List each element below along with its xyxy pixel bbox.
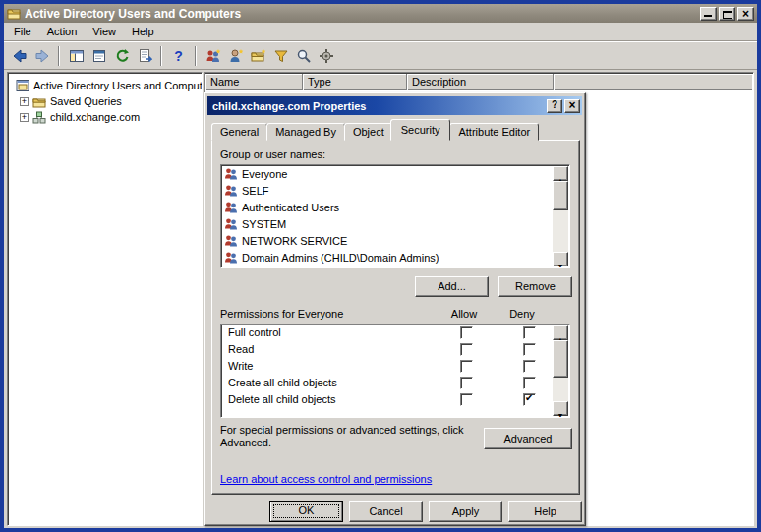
help-button[interactable]: Help xyxy=(508,501,582,522)
menu-view[interactable]: View xyxy=(85,24,124,39)
properties-icon[interactable] xyxy=(88,45,109,66)
export-list-icon[interactable] xyxy=(134,45,154,66)
allow-checkbox[interactable] xyxy=(460,326,473,339)
allow-checkbox[interactable] xyxy=(460,393,473,406)
properties-dialog: child.xchange.com Properties General Man… xyxy=(204,92,586,526)
group-name: SYSTEM xyxy=(242,218,286,230)
aduc-window: Active Directory Users and Computers Fil… xyxy=(0,0,761,532)
scroll-up-icon[interactable] xyxy=(553,166,568,181)
group-names-list: Everyone SELF Authenticated Users SYSTEM… xyxy=(220,164,570,268)
users-icon xyxy=(224,234,238,248)
group-list-item[interactable]: Authenticated Users xyxy=(221,199,569,215)
scroll-up-icon[interactable] xyxy=(553,325,568,340)
filter-icon[interactable] xyxy=(270,45,291,66)
column-header-type[interactable]: Type xyxy=(303,74,407,90)
permissions-scrollbar[interactable] xyxy=(553,325,568,416)
group-list-item[interactable]: Everyone xyxy=(221,165,569,182)
column-header-filler xyxy=(554,74,752,90)
group-list-item[interactable]: Domain Admins (CHILD\Domain Admins) xyxy=(221,249,569,266)
permission-row: Write xyxy=(221,358,569,375)
permission-row: Create all child objects xyxy=(221,375,569,391)
create-user-icon[interactable] xyxy=(225,45,246,66)
dialog-titlebar[interactable]: child.xchange.com Properties xyxy=(207,96,582,115)
group-name: NETWORK SERVICE xyxy=(242,235,347,247)
toolbar xyxy=(4,41,757,70)
back-icon[interactable] xyxy=(9,45,29,66)
permission-name: Create all child objects xyxy=(228,377,337,388)
allow-checkbox[interactable] xyxy=(460,343,473,356)
tab-security[interactable]: Security xyxy=(390,119,451,141)
deny-checkbox[interactable] xyxy=(523,393,536,406)
window-titlebar[interactable]: Active Directory Users and Computers xyxy=(4,4,757,23)
tree-item-domain[interactable]: child.xchange.com xyxy=(8,109,202,125)
permissions-label: Permissions for Everyone xyxy=(220,308,343,320)
deny-checkbox[interactable] xyxy=(523,326,536,339)
question-glyph xyxy=(174,48,183,64)
create-ou-icon[interactable] xyxy=(248,45,268,66)
remove-button[interactable]: Remove xyxy=(498,276,572,297)
tab-object[interactable]: Object xyxy=(344,123,393,141)
add-button[interactable]: Add... xyxy=(415,276,489,297)
window-controls xyxy=(700,7,754,21)
toolbar-separator xyxy=(195,46,197,66)
maximize-button[interactable] xyxy=(719,7,735,21)
dialog-help-button[interactable] xyxy=(547,99,562,113)
deny-checkbox[interactable] xyxy=(523,360,536,373)
refresh-icon[interactable] xyxy=(111,45,132,66)
tab-attribute-editor[interactable]: Attribute Editor xyxy=(449,123,539,141)
toolbar-separator xyxy=(58,46,60,66)
scroll-thumb[interactable] xyxy=(553,181,568,210)
scroll-down-icon[interactable] xyxy=(553,252,568,266)
advanced-options-icon[interactable] xyxy=(316,45,336,66)
group-list-item[interactable]: SELF xyxy=(221,182,569,199)
create-group-icon[interactable] xyxy=(203,45,223,66)
scroll-thumb[interactable] xyxy=(553,340,568,378)
forward-icon[interactable] xyxy=(31,45,52,66)
permissions-list: Full control Read Write Create all child… xyxy=(220,324,570,418)
find-icon[interactable] xyxy=(293,45,314,66)
access-control-link[interactable]: Learn about access control and permissio… xyxy=(220,473,432,485)
deny-checkbox[interactable] xyxy=(523,343,536,356)
users-icon xyxy=(224,201,238,214)
menu-help[interactable]: Help xyxy=(124,24,162,39)
minimize-button[interactable] xyxy=(700,7,717,21)
cancel-button[interactable]: Cancel xyxy=(349,501,423,522)
tab-general[interactable]: General xyxy=(211,123,267,141)
tree-item-saved-queries[interactable]: Saved Queries xyxy=(8,93,202,109)
advanced-hint-text: For special permissions or advanced sett… xyxy=(220,424,482,449)
permission-row: Delete all child objects xyxy=(221,391,569,408)
group-list-item[interactable]: SYSTEM xyxy=(221,215,569,232)
users-icon xyxy=(224,251,238,265)
group-list-scrollbar[interactable] xyxy=(553,166,568,266)
deny-checkbox[interactable] xyxy=(523,377,536,389)
dialog-close-button[interactable] xyxy=(564,99,580,113)
menu-file[interactable]: File xyxy=(6,24,39,39)
tab-managed-by[interactable]: Managed By xyxy=(266,123,345,141)
close-button[interactable] xyxy=(737,7,754,21)
expand-toggle-icon[interactable] xyxy=(20,97,29,106)
group-list-item[interactable]: NETWORK SERVICE xyxy=(221,232,569,249)
dialog-tabs: General Managed By Object Security Attri… xyxy=(211,119,538,141)
toolbar-separator xyxy=(160,46,162,66)
domain-icon xyxy=(32,111,46,124)
ok-button[interactable]: OK xyxy=(269,501,343,522)
show-console-tree-icon[interactable] xyxy=(66,45,87,66)
group-name: Domain Admins (CHILD\Domain Admins) xyxy=(242,252,439,264)
security-tab-page: Group or user names: Everyone SELF Authe… xyxy=(211,140,580,495)
menu-bar: File Action View Help xyxy=(4,23,757,41)
column-header-description[interactable]: Description xyxy=(407,74,554,90)
menu-action[interactable]: Action xyxy=(39,24,86,39)
group-name: Everyone xyxy=(242,168,287,180)
help-icon[interactable] xyxy=(168,45,189,66)
column-header-name[interactable]: Name xyxy=(205,74,303,90)
tree-item-label: Saved Queries xyxy=(50,95,122,107)
permission-name: Write xyxy=(228,360,253,372)
tree-item-console-root[interactable]: Active Directory Users and Comput xyxy=(8,78,202,93)
allow-checkbox[interactable] xyxy=(460,377,473,389)
allow-checkbox[interactable] xyxy=(460,360,473,373)
advanced-button[interactable]: Advanced xyxy=(484,428,572,449)
apply-button[interactable]: Apply xyxy=(429,501,502,522)
expand-toggle-icon[interactable] xyxy=(20,113,29,122)
column-header-row: Name Type Description xyxy=(205,74,752,90)
scroll-down-icon[interactable] xyxy=(553,401,568,416)
